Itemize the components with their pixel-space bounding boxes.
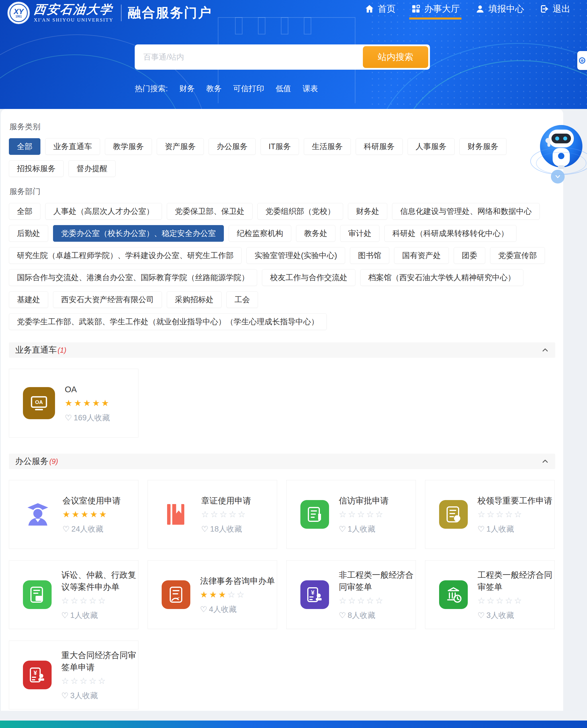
department-chip[interactable]: 研究生院（卓越工程师学院）、学科建设办公室、研究生工作部: [9, 247, 242, 264]
department-chip[interactable]: 科研处（科研成果转移转化中心）: [384, 225, 516, 242]
department-chip[interactable]: 审计处: [340, 225, 379, 242]
hot-search-item[interactable]: 低值: [276, 84, 291, 94]
category-chip[interactable]: 办公服务: [209, 138, 256, 155]
category-chip[interactable]: 督办提醒: [69, 160, 116, 177]
department-chip[interactable]: 国有资产处: [394, 247, 449, 264]
favorites-count: ♡1人收藏: [61, 610, 138, 620]
collapse-chevron-up-icon[interactable]: [541, 346, 549, 354]
heart-icon: ♡: [477, 524, 485, 534]
star-rating: ☆☆☆☆☆: [477, 509, 552, 519]
hot-search-item[interactable]: 财务: [180, 84, 195, 94]
category-chip[interactable]: 财务服务: [460, 138, 507, 155]
university-name-en: XI'AN SHIYOU UNIVERSITY: [34, 17, 114, 23]
department-chip[interactable]: 人事处（高层次人才办公室）: [45, 203, 162, 220]
service-card[interactable]: 会议室使用申请★★★★★♡24人收藏: [9, 480, 138, 549]
star-rating: ☆☆☆☆☆: [61, 596, 138, 606]
department-chip[interactable]: 党委学生工作部、武装部、学生工作处（就业创业指导中心）（学生心理成长指导中心）: [9, 313, 327, 330]
category-chip[interactable]: 业务直通车: [45, 138, 100, 155]
monitor-oa-icon: OA: [23, 387, 55, 419]
category-chip[interactable]: 生活服务: [304, 138, 351, 155]
hot-search-item[interactable]: 教务: [206, 84, 222, 94]
category-chip[interactable]: 教学服务: [105, 138, 152, 155]
chevron-down-icon: [555, 174, 561, 180]
service-card[interactable]: 诉讼、仲裁、行政复议等案件申办单☆☆☆☆☆♡1人收藏: [9, 560, 138, 629]
department-chip[interactable]: 图书馆: [350, 247, 389, 264]
logo-monogram: XY: [14, 8, 24, 15]
yen-stamp-icon: ¥: [23, 661, 52, 689]
service-card[interactable]: ¥非工程类一般经济合同审签单☆☆☆☆☆♡8人收藏: [286, 560, 416, 629]
star-rating: ☆☆☆☆☆: [477, 596, 554, 606]
brand-block: XY 1951 西安石油大学 XI'AN SHIYOU UNIVERSITY 融…: [7, 2, 212, 24]
service-card[interactable]: 工程类一般经济合同审签单☆☆☆☆☆♡3人收藏: [425, 560, 555, 629]
service-card[interactable]: 法律事务咨询申办单★★★☆☆♡4人收藏: [148, 560, 277, 629]
department-chip[interactable]: 党委组织部（党校）: [257, 203, 343, 220]
service-name: 法律事务咨询申办单: [200, 575, 275, 587]
building-outline: [281, 17, 288, 35]
department-chip[interactable]: 后勤处: [9, 225, 48, 242]
category-chip[interactable]: 招投标服务: [9, 160, 64, 177]
search-button[interactable]: 站内搜索: [363, 46, 428, 68]
department-chip[interactable]: 基建处: [9, 291, 48, 308]
doc-pencil-icon: [300, 500, 329, 529]
department-chip[interactable]: 档案馆（西安石油大学铁人精神研究中心）: [360, 269, 523, 286]
department-chip[interactable]: 信息化建设与管理处、网络和数据中心: [392, 203, 540, 220]
department-chip[interactable]: 全部: [9, 203, 41, 220]
star-rating: ★★★☆☆: [200, 590, 275, 599]
department-chip[interactable]: 采购招标处: [167, 291, 221, 308]
section-header: 办公服务(9): [9, 454, 555, 469]
star-rating: ☆☆☆☆☆: [61, 676, 138, 686]
accessibility-icon: ⊕: [579, 58, 585, 64]
hot-search-item[interactable]: 课表: [303, 84, 318, 94]
department-chip-group: 全部人事处（高层次人才办公室）党委保卫部、保卫处党委组织部（党校）财务处信息化建…: [9, 203, 555, 336]
nav-item-首页[interactable]: 首页: [365, 3, 396, 20]
category-chip[interactable]: 人事服务: [407, 138, 454, 155]
accessibility-widget[interactable]: ⊕: [577, 51, 587, 70]
category-chip[interactable]: IT服务: [261, 138, 299, 155]
assistant-collapse-button[interactable]: [551, 170, 565, 183]
home-icon: [365, 4, 374, 14]
hot-search-item[interactable]: 可信打印: [233, 84, 264, 94]
service-card[interactable]: 信访审批申请☆☆☆☆☆♡1人收藏: [286, 480, 416, 549]
service-card[interactable]: ¥重大合同经济合同审签单申请☆☆☆☆☆♡3人收藏: [9, 640, 138, 709]
favorites-count: ♡1人收藏: [339, 524, 389, 534]
nav-item-办事大厅[interactable]: 办事大厅: [411, 3, 460, 20]
heart-icon: ♡: [200, 605, 207, 614]
service-name: 工程类一般经济合同审签单: [477, 569, 554, 593]
department-chip[interactable]: 财务处: [348, 203, 387, 220]
service-name: 章证使用申请: [201, 495, 251, 507]
department-chip[interactable]: 党委办公室（校长办公室）、稳定安全办公室: [53, 225, 224, 242]
service-card[interactable]: 章证使用申请☆☆☆☆☆♡18人收藏: [148, 480, 277, 549]
service-card-grid: OAOA★★★★★♡169人收藏: [9, 369, 555, 437]
service-card[interactable]: 补校领导重要工作申请☆☆☆☆☆♡1人收藏: [425, 480, 555, 549]
department-chip[interactable]: 教务处: [296, 225, 335, 242]
nav-item-退出[interactable]: 退出: [539, 3, 570, 20]
department-chip[interactable]: 党委保卫部、保卫处: [167, 203, 253, 220]
department-chip[interactable]: 纪检监察机构: [229, 225, 291, 242]
department-chip[interactable]: 党委宣传部: [490, 247, 545, 264]
department-chip[interactable]: 团委: [454, 247, 485, 264]
category-chip[interactable]: 全部: [9, 138, 41, 155]
heart-icon: ♡: [339, 524, 346, 534]
service-name: 校领导重要工作申请: [477, 495, 552, 507]
department-chip[interactable]: 工会: [227, 291, 258, 308]
category-chip[interactable]: 资产服务: [157, 138, 204, 155]
department-chip[interactable]: 校友工作与合作交流处: [262, 269, 355, 286]
category-chip[interactable]: 科研服务: [356, 138, 403, 155]
main-panel: 服务类别 全部业务直通车教学服务资产服务办公服务IT服务生活服务科研服务人事服务…: [1, 109, 563, 711]
building-outline: [304, 17, 311, 35]
hot-search-label: 热门搜索:: [135, 84, 168, 94]
service-card[interactable]: OAOA★★★★★♡169人收藏: [9, 369, 138, 437]
nav-item-填报中心[interactable]: 填报中心: [475, 3, 524, 20]
service-card-grid: 会议室使用申请★★★★★♡24人收藏章证使用申请☆☆☆☆☆♡18人收藏信访审批申…: [9, 480, 555, 709]
star-rating: ☆☆☆☆☆: [201, 509, 251, 519]
collapse-chevron-up-icon[interactable]: [541, 458, 549, 465]
department-chip[interactable]: 西安石大资产经营有限公司: [53, 291, 162, 308]
favorites-count: ♡24人收藏: [63, 524, 121, 534]
department-chip[interactable]: 国际合作与交流处、港澳台办公室、国际教育学院（丝路能源学院）: [9, 269, 257, 286]
svg-text:OA: OA: [35, 400, 43, 405]
service-name: OA: [65, 383, 110, 395]
department-chip[interactable]: 实验室管理处(实验中心): [246, 247, 345, 264]
heart-icon: ♡: [201, 524, 208, 534]
category-chip-group: 全部业务直通车教学服务资产服务办公服务IT服务生活服务科研服务人事服务财务服务招…: [9, 138, 555, 182]
section-count: (1): [57, 346, 67, 355]
